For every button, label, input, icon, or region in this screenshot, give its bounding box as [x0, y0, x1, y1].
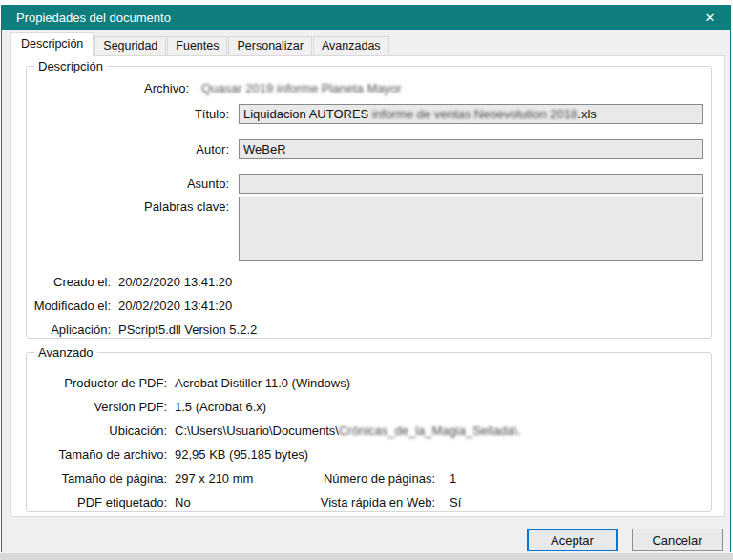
tab-bar: Descripción Seguridad Fuentes Personaliz… — [10, 32, 390, 56]
autor-label: Autor: — [55, 142, 229, 156]
creado-el-label: Creado el: — [27, 275, 111, 289]
modificado-el-value: 20/02/2020 13:41:20 — [118, 299, 232, 313]
autor-field[interactable] — [239, 139, 703, 159]
modificado-el-label: Modificado el: — [27, 299, 111, 313]
numero-paginas-label: Número de páginas: — [265, 471, 435, 486]
vista-rapida-web-value: Sí — [450, 495, 461, 509]
description-group-legend: Descripción — [34, 59, 107, 73]
version-pdf-value: 1.5 (Acrobat 6.x) — [175, 400, 266, 414]
tamano-pagina-value: 297 x 210 mm — [175, 471, 253, 486]
advanced-groupbox: Avanzado Productor de PDF: Acrobat Disti… — [26, 352, 712, 512]
description-groupbox: Descripción Archivo: Quasar 2019 informe… — [26, 66, 712, 339]
asunto-label: Asunto: — [55, 176, 229, 191]
titulo-label: Título: — [55, 107, 229, 121]
numero-paginas-value: 1 — [450, 471, 456, 486]
tamano-archivo-label: Tamaño de archivo: — [27, 447, 167, 462]
pdf-etiquetado-label: PDF etiquetado: — [27, 495, 167, 509]
palabras-clave-label: Palabras clave: — [55, 199, 229, 214]
dialog-title: Propiedades del documento — [2, 10, 171, 25]
tamano-pagina-label: Tamaño de página: — [27, 471, 167, 486]
productor-pdf-label: Productor de PDF: — [27, 376, 167, 390]
tab-page-descripcion: Descripción Archivo: Quasar 2019 informe… — [10, 55, 725, 517]
titulo-value-blurred: informe de ventas Neoevolution 2018 — [372, 107, 577, 121]
dialog-titlebar[interactable]: Propiedades del documento ✕ — [2, 6, 730, 30]
close-icon: ✕ — [705, 10, 716, 25]
archivo-label: Archivo: — [55, 81, 189, 95]
ubicacion-value-clear: C:\Users\Usuario\Documents\ — [175, 424, 339, 438]
asunto-field[interactable] — [239, 174, 703, 194]
document-properties-dialog: Propiedades del documento ✕ Descripción … — [1, 5, 731, 552]
archivo-value: Quasar 2019 informe Planeta Mayor — [201, 81, 402, 95]
tab-personalizar[interactable]: Personalizar — [228, 36, 311, 56]
titulo-value-ext: .xls — [577, 107, 597, 121]
creado-el-value: 20/02/2020 13:41:20 — [118, 275, 232, 289]
tab-avanzadas[interactable]: Avanzadas — [313, 36, 389, 56]
window-shadow — [0, 553, 733, 560]
aplicacion-value: PScript5.dll Version 5.2.2 — [118, 322, 257, 337]
tab-seguridad[interactable]: Seguridad — [94, 36, 166, 56]
ubicacion-value: C:\Users\Usuario\Documents\Crónicas_de_l… — [175, 424, 521, 438]
version-pdf-label: Versión PDF: — [27, 400, 167, 414]
palabras-clave-field[interactable] — [239, 197, 703, 261]
tamano-archivo-value: 92,95 KB (95.185 bytes) — [175, 447, 308, 462]
tab-fuentes[interactable]: Fuentes — [167, 36, 227, 56]
cancel-button[interactable]: Cancelar — [632, 529, 723, 551]
vista-rapida-web-label: Vista rápida en Web: — [265, 495, 435, 509]
productor-pdf-value: Acrobat Distiller 11.0 (Windows) — [175, 376, 350, 390]
close-button[interactable]: ✕ — [690, 6, 730, 30]
ubicacion-value-blurred: Crónicas_de_la_Magia_Sellada\. — [339, 424, 521, 438]
advanced-group-legend: Avanzado — [34, 345, 97, 360]
dialog-footer: Aceptar Cancelar — [2, 517, 730, 553]
titulo-field[interactable]: Liquidacion AUTORES informe de ventas Ne… — [239, 104, 703, 124]
tab-descripcion[interactable]: Descripción — [10, 32, 94, 56]
titulo-value-clear: Liquidacion AUTORES — [243, 107, 372, 121]
aplicacion-label: Aplicación: — [27, 322, 111, 337]
screen: Propiedades del documento ✕ Descripción … — [0, 0, 733, 560]
pdf-etiquetado-value: No — [175, 495, 191, 509]
accept-button[interactable]: Aceptar — [527, 529, 618, 551]
ubicacion-label: Ubicación: — [27, 424, 167, 438]
